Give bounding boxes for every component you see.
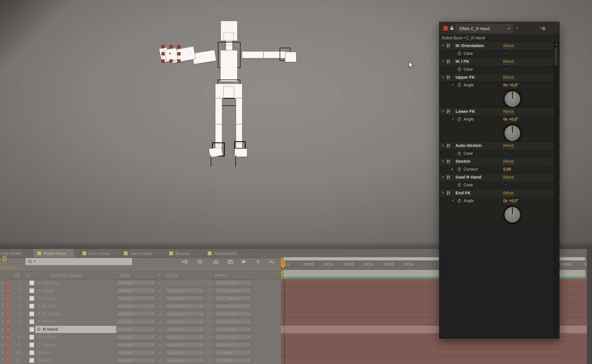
column-mode[interactable]: Mode [121,273,131,278]
tab-dos-cou[interactable]: Dos + Cou [82,249,109,257]
layer-thumbnail[interactable] [29,288,34,293]
tab-marionnette[interactable]: marionnette [207,249,237,257]
navigator-start-bracket[interactable] [281,257,283,260]
layer-parent-dropdown[interactable]: 9. C_Master▼ [215,295,251,301]
layer-matte-dropdown[interactable]: Aucun(e)▼ [166,334,204,340]
layer-row[interactable]: ▶11[Neck]Normal▼Aucun(e)▼◎25. Body▼ [0,357,281,364]
expander-icon[interactable]: ▼ [442,176,444,179]
parent-pickwhip-icon[interactable]: ◎ [207,326,211,332]
stopwatch-icon[interactable] [457,167,461,173]
layer-expander-icon[interactable]: ▶ [1,351,3,354]
column-name[interactable]: Nom des calques [50,273,81,278]
work-area-start-bracket[interactable] [281,270,283,277]
layer-matte-dropdown[interactable]: Aucun(e)▼ [166,303,204,309]
expander-icon[interactable]: ▼ [442,110,444,113]
shy-layers-icon[interactable] [210,258,222,266]
motion-blur-icon[interactable] [238,258,249,266]
track-matte-toggle[interactable] [157,297,162,301]
fx-badge-icon[interactable]: fx [447,109,450,113]
column-number[interactable]: N° [27,273,31,278]
stopwatch-icon[interactable] [457,51,461,57]
rig-upper-arm-right[interactable] [192,50,216,64]
layer-label-swatch[interactable] [6,343,10,347]
stopwatch-icon[interactable] [457,151,461,157]
selection-handle[interactable] [177,52,180,55]
brainstorm-icon[interactable] [252,258,264,266]
layer-label-swatch[interactable] [6,281,10,285]
layer-parent-dropdown[interactable]: 1. C_épaules▼ [215,288,251,293]
layer-parent-dropdown[interactable]: 6. C_Pelvis▼ [215,334,251,340]
reset-link[interactable]: Réinit. [503,191,515,196]
layer-thumbnail[interactable] [29,350,34,355]
property-value[interactable]: 0,00 [503,167,511,172]
rig-thigh-left[interactable] [215,98,222,124]
unlock-icon[interactable] [450,26,454,30]
expander-icon[interactable]: ▼ [451,84,454,86]
layer-parent-dropdown[interactable]: 9. C_Master▼ [215,303,251,309]
track-matte-toggle[interactable] [157,313,162,316]
layer-thumbnail[interactable] [29,327,34,332]
fx-badge-icon[interactable]: fx [447,175,450,179]
reset-link[interactable]: Réinit. [503,109,515,114]
layer-row[interactable]: ▶6C_PelvisNormal▼Aucun(e)▼◎9. C_Master▼ [0,318,281,326]
parent-pickwhip-icon[interactable]: ◎ [207,311,211,316]
rig-hand-left[interactable] [285,52,296,62]
layer-expander-icon[interactable]: ▶ [1,359,3,361]
property-checkbox[interactable]: ✓ [503,151,508,156]
scroll-up-icon[interactable]: ▲ [555,43,558,46]
layer-matte-dropdown[interactable]: Aucun(e)▼ [166,357,204,363]
property-value[interactable]: 0x +0,0° [503,117,518,122]
layer-parent-dropdown[interactable]: 6. C_Pelvis▼ [215,311,251,317]
tab-dropdown-icon[interactable]: ▼ [505,27,513,30]
tab-sans-mains[interactable]: Sans mains [124,249,153,257]
layer-label-swatch[interactable] [6,296,10,301]
property-checkbox[interactable]: ✓ [503,183,508,187]
selection-handle[interactable] [162,45,165,48]
reset-link[interactable]: Réinit. [503,175,515,180]
tab-bizarre[interactable]: Bizarre [169,249,189,257]
expander-icon[interactable]: ▼ [442,160,444,163]
track-matte-toggle[interactable] [157,320,162,324]
layer-label-swatch[interactable] [6,320,10,324]
reset-link[interactable]: Réinit. [503,43,515,49]
current-time-display[interactable]: 0 [2,255,7,264]
expander-icon[interactable]: ▼ [451,199,454,202]
layer-name[interactable]: [Neck] [37,358,51,363]
angle-dial[interactable] [503,90,521,108]
selection-handle[interactable] [177,59,180,63]
layer-parent-dropdown[interactable]: 6. C_Pelvis▼ [215,280,251,286]
layer-name[interactable]: C_R Hand [37,327,58,332]
layer-mode-dropdown[interactable]: Normal▼ [116,288,155,293]
fx-badge-icon[interactable]: fx [447,59,450,63]
layer-row[interactable]: ▶5C_C_PelvisNormal▼Aucun(e)▼◎6. C_Pelvis… [0,310,281,318]
layer-expander-icon[interactable]: ▶ [1,320,3,323]
search-dropdown-arrow-icon[interactable]: ▼ [34,260,36,263]
layer-expander-icon[interactable]: ▶ [1,289,3,292]
layer-thumbnail[interactable] [29,335,34,340]
parent-pickwhip-icon[interactable]: ◎ [207,280,211,285]
layer-row[interactable]: ▶9C_MasterNormal▼Aucun(e)▼◎Aucun(e)▼ [0,341,281,349]
selection-handle[interactable] [170,59,173,63]
layer-name[interactable]: C_Master [37,342,57,347]
reset-link[interactable]: Réinit. [503,59,515,64]
composition-mini-flowchart-icon[interactable] [179,258,190,266]
track-matte-toggle[interactable] [157,328,162,332]
selection-handle[interactable] [162,59,165,63]
layer-parent-dropdown[interactable]: Aucun(e)▼ [215,342,251,348]
stopwatch-icon[interactable] [457,117,461,123]
track-matte-toggle[interactable] [157,305,162,309]
layer-row[interactable]: ▶2C_HeadNormal▼Aucun(e)▼◎1. C_épaules▼ [0,287,281,295]
layer-expander-icon[interactable]: ▶ [1,328,3,330]
layer-row[interactable]: ▶10[Head]Normal▼Aucun(e)▼◎11. Neck▼ [0,349,281,357]
expander-icon[interactable]: ▶ [451,168,453,171]
selection-handle[interactable] [177,45,180,48]
layer-name[interactable]: C_C_Pelvis [37,311,61,316]
expander-icon[interactable]: ▼ [442,44,444,47]
layer-expander-icon[interactable]: ▶ [1,343,3,346]
layer-label-swatch[interactable] [6,327,10,332]
layer-mode-dropdown[interactable]: Normal▼ [116,326,155,332]
rig-torso[interactable] [220,50,237,82]
layer-matte-dropdown[interactable]: Aucun(e)▼ [166,288,204,293]
layer-mode-dropdown[interactable]: Normal▼ [116,295,155,301]
layer-thumbnail[interactable] [29,342,34,347]
